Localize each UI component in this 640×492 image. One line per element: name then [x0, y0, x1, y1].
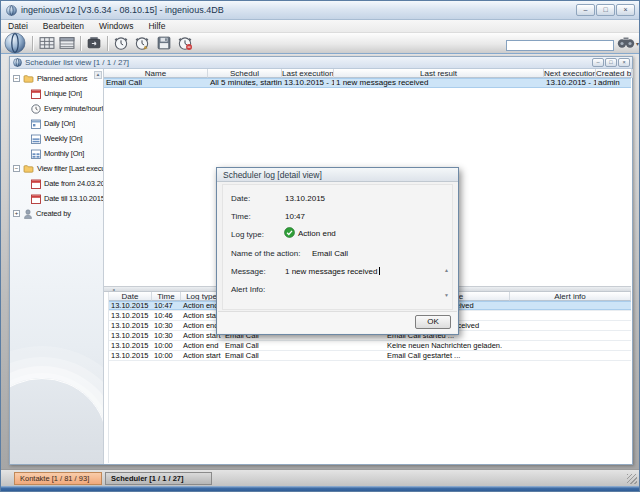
tree-item-label: Unique [On]: [44, 89, 82, 98]
dialog-footer: OK: [218, 311, 457, 333]
log-cell: Email Call: [223, 351, 385, 360]
log-cell: 13.10.2015: [109, 311, 152, 320]
time-label: Time:: [231, 212, 251, 221]
tree-item-created-by[interactable]: Created by: [13, 208, 71, 219]
collapse-icon[interactable]: [13, 165, 20, 172]
log-cell: 10:47: [152, 301, 181, 310]
tree-item-label: Planned actions: [37, 74, 87, 83]
list-scroll-up-icon[interactable]: ▲: [632, 69, 633, 78]
scroll-down-icon[interactable]: ▼: [444, 292, 449, 298]
collapse-icon[interactable]: [13, 75, 20, 82]
column-header-schedule[interactable]: Schedul: [208, 69, 282, 78]
maximize-button[interactable]: [596, 4, 615, 16]
list-view-icon[interactable]: [59, 35, 75, 51]
scroll-up-icon[interactable]: ▲: [444, 267, 449, 273]
cell-filler: [632, 78, 636, 88]
column-header-last-result[interactable]: Last result: [334, 69, 544, 78]
tree-item-weekly[interactable]: Weekly [On]: [31, 133, 83, 144]
expand-icon[interactable]: [13, 210, 20, 217]
log-cell: [510, 301, 631, 310]
log-cell: 13.10.2015: [109, 351, 152, 360]
mdi-area: Scheduler list view [1 / 1 / 27] Planned…: [1, 54, 639, 469]
menu-windows[interactable]: Windows: [99, 21, 133, 31]
column-header-created-by[interactable]: Created by: [596, 69, 632, 78]
scheduler-log-dialog: Scheduler log [detail view] Date: 13.10.…: [216, 167, 459, 335]
tree-item-label: Date from 24.03.2009: [44, 179, 104, 188]
clock-edit-icon[interactable]: [134, 35, 150, 51]
log-cell: [510, 311, 631, 320]
grid-view-icon[interactable]: [39, 35, 55, 51]
tab-scheduler[interactable]: Scheduler [1 / 1 / 27]: [105, 472, 212, 485]
calendar-red-icon: [31, 179, 41, 189]
save-icon[interactable]: [156, 35, 172, 51]
scheduler-window-header[interactable]: Scheduler list view [1 / 1 / 27]: [10, 57, 632, 69]
log-cell: Email Call gestartet ...: [385, 351, 510, 360]
log-column-date[interactable]: Date: [109, 292, 152, 301]
calendar-red-icon: [31, 194, 41, 204]
scheduler-window-icon: [13, 58, 22, 67]
minimize-button[interactable]: [576, 4, 595, 16]
log-type-value: Action end: [298, 229, 336, 238]
title-bar: ingeniousV12 [V3.6.34 - 08.10.15] - inge…: [1, 1, 639, 20]
tree-item-label: Monthly [On]: [44, 149, 84, 158]
clock-new-icon[interactable]: [113, 35, 129, 51]
ok-button[interactable]: OK: [415, 315, 451, 329]
cell-schedule: All 5 minutes, starting at 13.: [208, 78, 282, 88]
tab-kontakte[interactable]: Kontakte [1 / 81 / 93]: [14, 472, 102, 485]
toolbar-separator: [107, 36, 108, 51]
tree-item-label: Date till 13.10.2015: [44, 194, 104, 203]
column-header-last-execution[interactable]: Last execution: [282, 69, 334, 78]
child-minimize-button[interactable]: [592, 58, 604, 67]
log-cell: Action start: [181, 351, 223, 360]
dialog-title[interactable]: Scheduler log [detail view]: [217, 168, 458, 182]
log-type-label: Log type:: [231, 230, 264, 239]
tree-item-monthly[interactable]: Monthly [On]: [31, 148, 84, 159]
log-cell: 10:00: [152, 351, 181, 360]
log-cell: Action end: [181, 341, 223, 350]
column-header-name[interactable]: Name: [104, 69, 208, 78]
tree-item-planned-actions[interactable]: Planned actions: [13, 73, 87, 84]
column-header-next-execution[interactable]: Next execution: [544, 69, 596, 78]
resize-grip[interactable]: [627, 474, 637, 484]
log-column-alert-info[interactable]: Alert info: [510, 292, 631, 301]
log-cell: Email Call: [223, 341, 385, 350]
menu-bearbeiten[interactable]: Bearbeiten: [43, 21, 84, 31]
close-button[interactable]: [616, 4, 635, 16]
log-row[interactable]: 13.10.2015 10:00 Action end Email Call K…: [109, 341, 631, 351]
calendar-monthly-icon: [31, 149, 41, 159]
action-name-label: Name of the action:: [231, 249, 300, 258]
scheduler-list-row[interactable]: Email Call All 5 minutes, starting at 13…: [104, 78, 631, 88]
search-dropdown-caret-icon[interactable]: ▾: [636, 40, 639, 47]
cell-next-execution: 13.10.2015 - 10:52: [544, 78, 596, 88]
ingenious-logo-icon[interactable]: [4, 32, 26, 54]
app-window: ingeniousV12 [V3.6.34 - 08.10.15] - inge…: [0, 0, 640, 492]
log-column-time[interactable]: Time: [152, 292, 181, 301]
menu-datei[interactable]: Datei: [8, 21, 28, 31]
log-cell: [510, 331, 631, 340]
window-bottom-border: [1, 486, 639, 491]
tree-scroll-up-icon[interactable]: [94, 71, 102, 79]
export-icon[interactable]: [86, 35, 102, 51]
time-value: 10:47: [285, 212, 305, 221]
tree-item-unique[interactable]: Unique [On]: [31, 88, 82, 99]
log-cell: 13.10.2015: [109, 321, 152, 330]
tree-item-daily[interactable]: Daily [On]: [31, 118, 75, 129]
child-close-button[interactable]: [618, 58, 630, 67]
message-label: Message:: [231, 267, 266, 276]
child-restore-button[interactable]: [605, 58, 617, 67]
tree-item-every-minute[interactable]: Every minute/hourly [On]: [31, 103, 104, 114]
log-row[interactable]: 13.10.2015 10:00 Action start Email Call…: [109, 351, 631, 361]
search-input[interactable]: [506, 40, 614, 51]
scheduler-list-header: Name Schedul Last execution Last result …: [104, 69, 631, 78]
search-binoculars-icon[interactable]: [617, 36, 635, 49]
tree-item-view-filter[interactable]: View filter [Last execution]: [13, 163, 104, 174]
menu-hilfe[interactable]: Hilfe: [148, 21, 165, 31]
calendar-daily-icon: [31, 119, 41, 129]
calendar-red-icon: [31, 89, 41, 99]
tree-item-date-from[interactable]: Date from 24.03.2009: [31, 178, 104, 189]
log-cell: [510, 341, 631, 350]
date-value: 13.10.2015: [285, 194, 325, 203]
tree-item-date-till[interactable]: Date till 13.10.2015: [31, 193, 104, 204]
message-value[interactable]: 1 new messages received: [285, 267, 380, 276]
clock-delete-icon[interactable]: [177, 35, 193, 51]
